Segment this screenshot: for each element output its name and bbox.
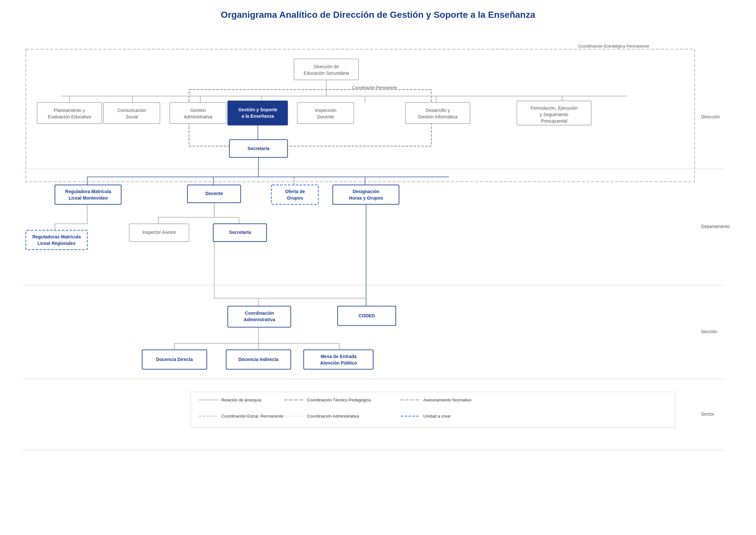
label-designacion-1: Designación bbox=[353, 189, 379, 194]
org-chart: Dirección Departamento Sección Sector Co… bbox=[13, 30, 743, 509]
label-oferta-grupos-1: Oferta de bbox=[285, 189, 305, 194]
legend-label-2: Coordinación Estrat. Permanente bbox=[221, 414, 284, 419]
legend-label-1: Relación de jerarquía bbox=[221, 398, 261, 402]
legend-label-4: Coordinación Administrativa bbox=[307, 414, 360, 419]
label-gestion-soporte-2: a la Enseñanza bbox=[242, 114, 274, 119]
label-inspector-asesor: Inspector Asesor bbox=[143, 230, 176, 235]
section-seccion: Sección bbox=[701, 329, 717, 334]
box-direccion-educacion bbox=[294, 59, 359, 80]
label-docente: Docente bbox=[205, 191, 223, 196]
label-reguladoras-reg-1: Reguladoras Matrícula bbox=[32, 234, 81, 239]
label-direccion-educacion-2: Educación Secundaria bbox=[304, 70, 349, 76]
legend-label-6: Unidad a crear bbox=[423, 414, 451, 419]
coord-permanente-label: Coordinación Permanente bbox=[352, 85, 397, 90]
label-secretaria-mid: Secretaría bbox=[229, 230, 251, 235]
org-svg: Dirección Departamento Sección Sector Co… bbox=[13, 30, 743, 508]
label-coded: CODED bbox=[359, 313, 375, 318]
svg-rect-39 bbox=[191, 392, 675, 428]
label-designacion-2: Horas y Grupos bbox=[349, 195, 383, 201]
coord-estrategica-label: Coordinación Estratégica Permanente bbox=[578, 44, 649, 48]
box-reguladoras-reg bbox=[26, 230, 87, 250]
section-direccion: Dirección bbox=[701, 114, 720, 119]
label-docencia-indirecta: Docencia Indirecta bbox=[238, 357, 279, 362]
page-title: Organigrama Analítico de Dirección de Ge… bbox=[13, 10, 743, 20]
label-reguladora-mvd-1: Reguladora Matrícula bbox=[65, 189, 111, 194]
label-coord-admin-1: Coordinación bbox=[245, 311, 274, 316]
box-mesa-entrada bbox=[304, 350, 373, 369]
box-designacion bbox=[333, 185, 399, 205]
box-planeamiento bbox=[37, 102, 102, 124]
label-comunicacion-1: Comunicación bbox=[118, 108, 147, 113]
section-departamento: Departamento bbox=[701, 224, 730, 229]
box-desarrollo bbox=[405, 102, 470, 124]
box-coord-admin bbox=[228, 306, 291, 327]
label-planeamiento-2: Evaluación Educativa bbox=[48, 114, 91, 119]
label-reguladoras-reg-2: Liceal Regionales bbox=[38, 241, 76, 246]
box-gestion-soporte bbox=[228, 101, 288, 125]
label-formulacion-3: Presupuestal bbox=[541, 118, 567, 124]
section-sector: Sector bbox=[701, 411, 714, 417]
label-formulacion-2: y Seguimiento bbox=[540, 112, 569, 117]
label-formulacion-1: Formulación, Ejecución bbox=[531, 105, 578, 111]
label-mesa-entrada-2: Atención Público bbox=[320, 360, 357, 366]
legend-label-5: Asesoramiento Normativo bbox=[423, 398, 471, 402]
label-secretaria-top: Secretaría bbox=[248, 146, 270, 151]
label-direccion-educacion-1: Dirección de bbox=[314, 64, 339, 69]
label-comunicacion-2: Social bbox=[126, 114, 138, 119]
label-coord-admin-2: Administrativa bbox=[244, 317, 275, 322]
label-gestion-soporte-1: Gestión y Soporte bbox=[238, 107, 277, 112]
box-inspeccion bbox=[297, 102, 354, 124]
label-planeamiento-1: Planeamiento y bbox=[54, 108, 85, 113]
label-inspeccion-2: Docente bbox=[317, 114, 334, 119]
label-desarrollo-2: Gestión Informática bbox=[418, 114, 457, 119]
label-reguladora-mvd-2: Liceal Montevideo bbox=[68, 195, 108, 201]
box-reguladora-mvd bbox=[55, 185, 121, 205]
box-oferta-grupos bbox=[272, 185, 318, 205]
label-inspeccion-1: Inspección bbox=[315, 108, 337, 113]
label-gestion-admin-1: Gestión bbox=[190, 108, 206, 113]
legend-label-3: Coordinación Técnico Pedagógica bbox=[307, 398, 371, 402]
label-oferta-grupos-2: Grupos bbox=[287, 195, 303, 201]
label-docencia-directa: Docencia Directa bbox=[156, 357, 193, 362]
box-gestion-admin bbox=[170, 102, 226, 124]
box-comunicacion bbox=[103, 102, 160, 124]
label-gestion-admin-2: Administrativa bbox=[184, 114, 212, 119]
label-mesa-entrada-1: Mesa de Entrada bbox=[321, 354, 357, 359]
label-desarrollo-1: Desarrollo y bbox=[426, 108, 450, 113]
